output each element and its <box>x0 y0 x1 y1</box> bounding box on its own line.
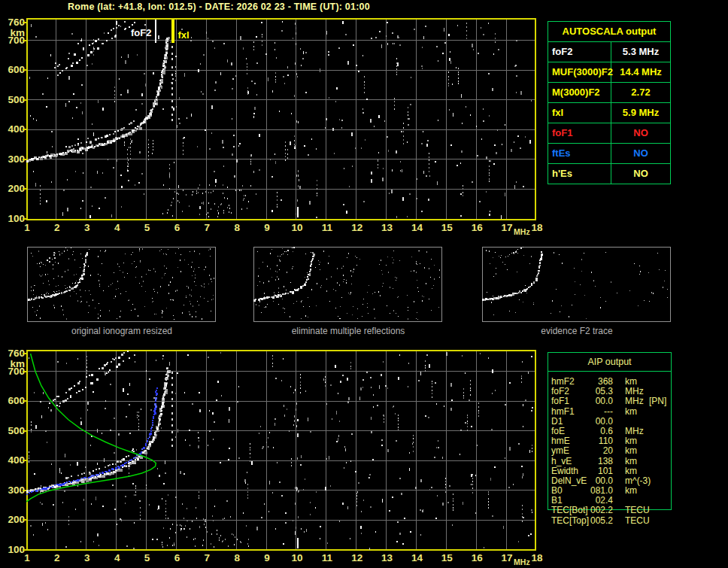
autoscala-row-value: 5.3 MHz <box>611 42 670 62</box>
aip-row-unit: km <box>625 407 648 417</box>
aip-row-B0: B0081.0km <box>551 486 679 496</box>
y-axis-tick-label: 400 <box>0 124 25 135</box>
aip-row-label: TEC[Top] <box>551 516 584 526</box>
aip-row-unit: TECU <box>625 506 648 515</box>
autoscala-table-header: AUTOSCALA output <box>548 22 670 42</box>
aip-row-value: 20 <box>584 446 613 456</box>
y-axis-tick-label: 300 <box>0 154 25 165</box>
aip-row-unit <box>625 417 648 427</box>
x-axis-tick-label: 15 <box>435 223 458 233</box>
aip-row-value: --- <box>584 407 613 417</box>
x-axis-tick-label: 4 <box>106 553 129 563</box>
processing-panel-original-canvas <box>27 247 216 322</box>
x-axis-tick-label: 7 <box>196 223 218 233</box>
autoscala-app-screen: Rome (lat: +41.8, lon: 012.5) - DATE: 20… <box>0 0 728 568</box>
y-axis-tick-label: 600 <box>0 396 25 406</box>
aip-row-label: ymE <box>551 446 584 456</box>
aip-table-rows: hmF2368kmfoF205.3MHzfoF100.0MHz[PN]hmF1-… <box>551 377 679 526</box>
panel-caption-original: original ionogram resized <box>32 326 212 336</box>
y-axis-tick-label: 500 <box>0 426 25 436</box>
autoscala-row-value: NO <box>611 123 670 143</box>
x-axis-tick-label: 1 <box>16 553 38 563</box>
y-axis-tick-mark <box>23 218 26 220</box>
autoscala-row-foF1: foF1NO <box>548 123 670 144</box>
autoscala-row-M(3000)F2: M(3000)F22.72 <box>548 83 670 103</box>
aip-row-h_vE: h_vE138km <box>551 457 679 466</box>
autoscala-row-label: foF1 <box>548 123 611 143</box>
aip-row-foF1: foF100.0MHz[PN] <box>551 396 679 406</box>
x-axis-tick-label: 8 <box>226 223 248 233</box>
y-axis-tick-mark <box>23 69 26 71</box>
x-axis-tick-label: 9 <box>256 553 278 563</box>
y-axis-tick-mark <box>23 460 26 461</box>
aip-row-unit: MHz <box>625 396 648 406</box>
autoscala-row-fxI: fxI5.9 MHz <box>548 103 670 123</box>
y-axis-tick-mark <box>23 188 26 190</box>
y-axis-tick-label: 200 <box>0 515 25 525</box>
aip-row-value: 101 <box>584 466 613 476</box>
x-axis-tick-label: 10 <box>286 553 308 563</box>
x-axis-tick-label: 5 <box>136 223 159 233</box>
autoscala-row-value: 5.9 MHz <box>611 103 670 123</box>
aip-row-value: 002.2 <box>584 506 613 515</box>
marker-label-fxI: fxI <box>177 29 189 41</box>
y-axis-tick-label: 300 <box>0 485 25 496</box>
bottom-ionogram-canvas <box>26 350 536 551</box>
processing-panel-reflections-canvas <box>253 247 442 322</box>
aip-row-Ewidth: Ewidth101km <box>551 466 679 476</box>
y-axis-tick-mark <box>23 490 26 491</box>
aip-row-unit: km <box>625 457 648 466</box>
y-axis-tick-mark <box>23 129 26 130</box>
y-axis-tick-label: 760 <box>0 348 25 359</box>
autoscala-row-value: 14.4 MHz <box>611 62 670 82</box>
y-axis-tick-mark <box>23 430 26 432</box>
x-axis-tick-label: 16 <box>466 553 488 563</box>
aip-row-value: 00.0 <box>584 396 613 406</box>
x-axis-tick-label: 15 <box>435 553 458 563</box>
x-axis-tick-label: 12 <box>346 223 369 233</box>
x-axis-tick-label: 11 <box>316 553 338 563</box>
aip-row-value: 005.2 <box>584 516 613 526</box>
y-axis-tick-label: 500 <box>0 95 25 105</box>
autoscala-row-label: M(3000)F2 <box>548 83 611 102</box>
autoscala-row-label: foF2 <box>548 42 611 62</box>
x-axis-unit-label: MHz <box>514 557 530 566</box>
aip-row-hmE: hmE110km <box>551 436 679 446</box>
aip-row-DelN_vE: DelN_vE00.0m^(-3) <box>551 476 679 486</box>
y-axis-unit-label: km <box>0 28 25 38</box>
marker-label-foF2: foF2 <box>118 27 151 38</box>
y-axis-tick-label: 200 <box>0 184 25 194</box>
aip-row-unit: km <box>625 446 648 456</box>
autoscala-row-label: h'Es <box>548 164 611 184</box>
y-axis-tick-mark <box>23 99 26 101</box>
x-axis-tick-label: 3 <box>76 553 99 563</box>
x-axis-tick-label: 6 <box>165 223 188 233</box>
x-axis-tick-label: 14 <box>405 223 428 233</box>
y-axis-tick-mark <box>23 549 26 551</box>
x-axis-tick-label: 16 <box>466 223 488 233</box>
aip-row-foE: foE0.6MHz <box>551 427 679 436</box>
autoscala-row-label: MUF(3000)F2 <box>548 62 611 82</box>
x-axis-tick-label: 2 <box>46 553 68 563</box>
x-axis-tick-label: 10 <box>286 223 308 233</box>
x-axis-tick-label: 2 <box>46 223 68 233</box>
x-axis-tick-label: 3 <box>76 223 99 233</box>
aip-row-hmF2: hmF2368km <box>551 377 679 387</box>
autoscala-row-value: NO <box>611 164 670 184</box>
x-axis-tick-label: 8 <box>226 553 248 563</box>
aip-row-ymE: ymE20km <box>551 446 679 456</box>
x-axis-tick-label: 12 <box>346 553 369 563</box>
x-axis-tick-label: 1 <box>16 223 38 233</box>
y-axis-tick-mark <box>23 519 26 521</box>
top-ionogram-plot <box>26 18 536 220</box>
autoscala-row-label: fxI <box>548 103 611 123</box>
x-axis-tick-label: 14 <box>405 553 428 563</box>
aip-row-TEC[Top]: TEC[Top]005.2TECU <box>551 516 679 526</box>
top-ionogram-canvas <box>26 18 536 220</box>
panel-caption-reflections: eliminate multiple reflections <box>258 326 438 336</box>
x-axis-tick-label: 6 <box>165 553 188 563</box>
y-axis-tick-mark <box>23 353 26 354</box>
aip-row-note: [PN] <box>649 396 666 406</box>
y-axis-tick-mark <box>23 22 26 23</box>
aip-row-TEC[Bot]: TEC[Bot]002.2TECU <box>551 506 679 515</box>
